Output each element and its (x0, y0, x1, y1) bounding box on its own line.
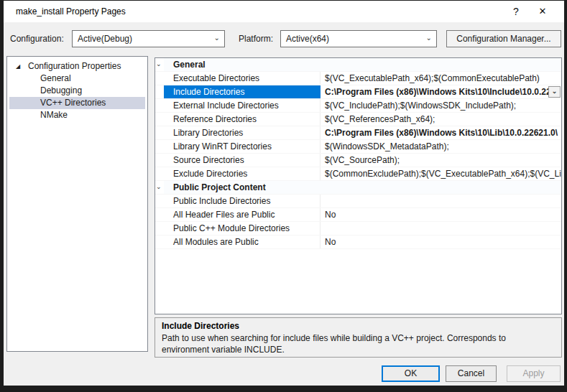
tree-item-label: VC++ Directories (9, 98, 106, 108)
row-gutter (155, 167, 164, 180)
property-row-all-modules-are-public[interactable]: All Modules are Public No (155, 235, 561, 249)
description-title: Include Directories (162, 321, 555, 331)
tree-item-general[interactable]: General (9, 73, 145, 85)
property-description-panel: Include Directories Path to use when sea… (155, 317, 562, 358)
row-gutter (155, 208, 164, 221)
configuration-label: Configuration: (10, 30, 64, 47)
section-header-general[interactable]: ⌄ General (155, 58, 561, 72)
row-gutter (155, 154, 164, 167)
tree-item-label: NMake (9, 110, 68, 120)
property-value-text: C:\Program Files (x86)\Windows Kits\10\I… (325, 87, 551, 97)
property-value[interactable]: No (321, 208, 561, 221)
row-gutter (155, 72, 164, 85)
property-value[interactable]: $(VC_ExecutablePath_x64);$(CommonExecuta… (321, 72, 561, 85)
section-title: Public Project Content (164, 181, 266, 194)
property-name[interactable]: Executable Directories (164, 72, 321, 85)
description-text: Path to use when searching for include f… (162, 332, 555, 355)
property-row-source-directories[interactable]: Source Directories $(VC_SourcePath); (155, 154, 561, 167)
help-icon[interactable]: ? (504, 1, 527, 22)
section-header-public-project-content[interactable]: ⌄ Public Project Content (155, 181, 561, 195)
property-name[interactable]: Public Include Directories (164, 195, 321, 207)
property-name[interactable]: Library Directories (164, 126, 321, 139)
property-row-library-winrt-directories[interactable]: Library WinRT Directories $(WindowsSDK_M… (155, 140, 561, 154)
property-value[interactable]: C:\Program Files (x86)\Windows Kits\10\L… (321, 126, 561, 139)
row-gutter (155, 113, 164, 126)
property-name[interactable]: Reference Directories (164, 113, 321, 126)
property-name[interactable]: All Header Files are Public (164, 208, 321, 221)
title-bar[interactable]: make_install Property Pages ? ✕ (4, 1, 564, 22)
chevron-down-icon: ⌄ (214, 31, 220, 45)
window-title: make_install Property Pages (16, 1, 126, 22)
row-gutter (155, 99, 164, 112)
property-row-public-include-directories[interactable]: Public Include Directories (155, 195, 561, 208)
property-value[interactable] (321, 222, 561, 235)
apply-button[interactable]: Apply (507, 365, 561, 382)
configuration-manager-button[interactable]: Configuration Manager... (446, 30, 561, 47)
configuration-dropdown[interactable]: Active(Debug) ⌄ (72, 30, 225, 47)
property-row-library-directories[interactable]: Library Directories C:\Program Files (x8… (155, 126, 561, 140)
property-value[interactable]: No (321, 235, 561, 248)
property-name[interactable]: External Include Directories (164, 99, 321, 112)
tree-item-vcpp-directories[interactable]: VC++ Directories (9, 97, 145, 109)
configuration-tree: ◢ Configuration Properties General Debug… (6, 56, 148, 352)
collapse-section-icon[interactable]: ⌄ (156, 58, 162, 70)
configuration-value: Active(Debug) (78, 34, 132, 44)
tree-item-label: Configuration Properties (9, 61, 121, 71)
tree-item-debugging[interactable]: Debugging (9, 85, 145, 97)
property-row-public-cpp-module-directories[interactable]: Public C++ Module Directories (155, 222, 561, 235)
property-value[interactable]: $(CommonExcludePath);$(VC_ExecutablePath… (321, 167, 561, 180)
tree-item-label: Debugging (9, 85, 82, 95)
property-value[interactable]: $(VC_IncludePath);$(WindowsSDK_IncludePa… (321, 99, 561, 112)
platform-label: Platform: (239, 30, 273, 47)
property-name[interactable]: Include Directories (164, 85, 321, 98)
tree-item-configuration-properties[interactable]: ◢ Configuration Properties (9, 60, 145, 73)
property-name[interactable]: Library WinRT Directories (164, 140, 321, 153)
ok-button[interactable]: OK (382, 365, 440, 382)
section-gutter: ⌄ (155, 58, 164, 71)
property-value[interactable]: C:\Program Files (x86)\Windows Kits\10\I… (321, 85, 561, 98)
property-row-executable-directories[interactable]: Executable Directories $(VC_ExecutablePa… (155, 72, 561, 85)
property-row-reference-directories[interactable]: Reference Directories $(VC_ReferencesPat… (155, 113, 561, 126)
property-name[interactable]: All Modules are Public (164, 235, 321, 248)
row-gutter (155, 126, 164, 139)
property-row-all-header-files-are-public[interactable]: All Header Files are Public No (155, 208, 561, 222)
property-value[interactable]: $(WindowsSDK_MetadataPath); (321, 140, 561, 153)
section-title: General (164, 58, 206, 71)
property-value[interactable]: $(VC_SourcePath); (321, 154, 561, 167)
row-gutter (155, 85, 164, 98)
cancel-button[interactable]: Cancel (446, 365, 497, 382)
property-name[interactable]: Source Directories (164, 154, 321, 167)
row-gutter (155, 222, 164, 235)
platform-value: Active(x64) (286, 34, 329, 44)
platform-dropdown[interactable]: Active(x64) ⌄ (280, 30, 437, 47)
row-gutter (155, 235, 164, 248)
close-icon[interactable]: ✕ (531, 1, 554, 22)
property-name[interactable]: Exclude Directories (164, 167, 321, 180)
property-value[interactable] (321, 195, 561, 207)
section-gutter: ⌄ (155, 181, 164, 194)
row-gutter (155, 195, 164, 207)
chevron-down-icon: ⌄ (552, 88, 558, 95)
screen: make_install Property Pages ? ✕ Configur… (0, 0, 567, 392)
tree-item-nmake[interactable]: NMake (9, 109, 145, 121)
property-row-external-include-directories[interactable]: External Include Directories $(VC_Includ… (155, 99, 561, 113)
property-grid: ⌄ General Executable Directories $(VC_Ex… (155, 57, 562, 314)
value-dropdown-button[interactable]: ⌄ (548, 86, 561, 98)
collapse-section-icon[interactable]: ⌄ (156, 181, 162, 193)
tree-expanded-icon[interactable]: ◢ (16, 60, 20, 73)
chevron-down-icon: ⌄ (426, 31, 432, 45)
property-name[interactable]: Public C++ Module Directories (164, 222, 321, 235)
property-value[interactable]: $(VC_ReferencesPath_x64); (321, 113, 561, 126)
tree-item-label: General (9, 73, 71, 83)
row-gutter (155, 140, 164, 153)
property-row-exclude-directories[interactable]: Exclude Directories $(CommonExcludePath)… (155, 167, 561, 181)
property-pages-dialog: make_install Property Pages ? ✕ Configur… (4, 1, 564, 386)
property-row-include-directories[interactable]: Include Directories C:\Program Files (x8… (155, 85, 561, 99)
